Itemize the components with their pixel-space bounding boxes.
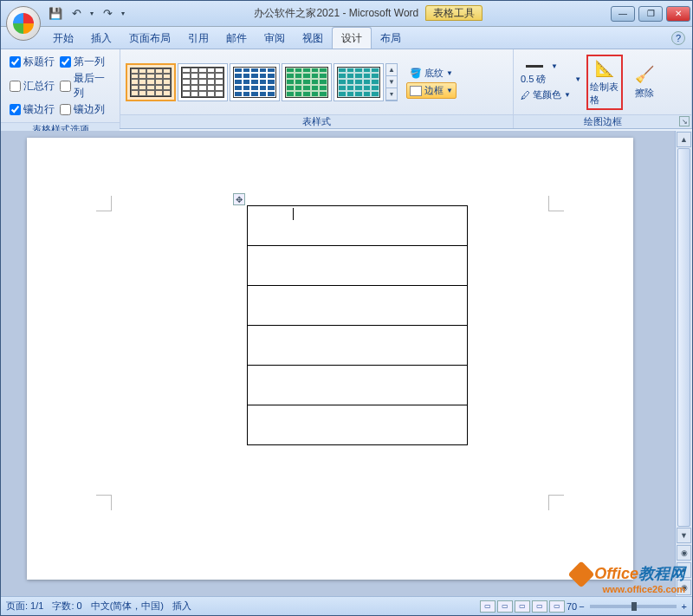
style-options-checks: 标题行 第一列 汇总行 最后一列 镶边行 镶边列 [6,51,114,120]
draw-table-button[interactable]: 📐绘制表格 [586,55,623,110]
vertical-scrollbar[interactable]: ▲ ▼ ◉ ● ◉ [675,131,692,596]
gallery-up-icon[interactable]: ▲ [386,64,397,76]
tab-references[interactable]: 引用 [179,28,217,49]
table-cell[interactable] [248,366,468,405]
app-name: Microsoft Word [349,7,418,19]
tab-mailings[interactable]: 邮件 [217,28,256,49]
undo-button[interactable]: ↶ [67,4,86,23]
table-cell[interactable] [248,405,468,445]
dialog-launcher[interactable]: ↘ [679,116,690,126]
zoom-level[interactable]: 70 [567,601,577,612]
eraser-icon: 🧹 [631,64,657,85]
help-button[interactable]: ? [671,31,685,45]
margin-corner-br [548,495,564,510]
view-draft[interactable]: ▭ [549,600,565,613]
table-style-4[interactable] [282,63,332,101]
check-first-column[interactable]: 第一列 [60,55,111,69]
maximize-button[interactable]: ❐ [638,6,663,22]
gallery-more-icon[interactable]: ▾ [386,88,397,101]
status-language[interactable]: 中文(简体，中国) [91,600,164,613]
tab-view[interactable]: 视图 [294,28,332,49]
check-last-column[interactable]: 最后一列 [60,71,111,101]
chevron-down-icon: ▼ [551,62,558,70]
app-window: 💾 ↶ ▾ ↷ ▾ 办公软件之家2021 - Microsoft Word 表格… [0,0,693,616]
zoom-knob[interactable] [631,602,637,611]
zoom-slider[interactable] [590,605,677,608]
scroll-up-icon[interactable]: ▲ [677,132,691,147]
table-move-handle[interactable]: ✥ [233,193,245,205]
view-outline[interactable]: ▭ [532,600,547,613]
chevron-down-icon: ▼ [574,75,581,83]
table-cell[interactable] [248,246,468,286]
contextual-tab-label: 表格工具 [425,5,483,21]
ribbon: 标题行 第一列 汇总行 最后一列 镶边行 镶边列 表格样式选项 ▲▼▾ [1,49,692,129]
chevron-down-icon: ▼ [564,91,571,99]
chevron-down-icon: ▼ [446,69,453,77]
tab-layout[interactable]: 布局 [372,28,410,49]
scroll-down-icon[interactable]: ▼ [677,528,691,543]
group-label-draw-borders: 绘图边框↘ [514,114,691,128]
gallery-scroll[interactable]: ▲▼▾ [385,63,398,101]
status-page[interactable]: 页面: 1/1 [6,600,43,613]
ribbon-tabs: 开始 插入 页面布局 引用 邮件 审阅 视图 设计 布局 ? [1,27,692,49]
pen-style-dropdown[interactable]: ▼ [519,62,583,71]
redo-button[interactable]: ↷ [98,4,117,23]
qat-dropdown[interactable]: ▾ [87,4,96,23]
document-name: 办公软件之家2021 [254,7,340,19]
qat-customize[interactable]: ▾ [119,4,127,23]
shading-borders-stack: 🪣底纹▼ 边框▼ [406,65,457,99]
office-button[interactable] [6,6,41,41]
table-style-5[interactable] [334,63,384,101]
chevron-down-icon: ▼ [446,87,453,94]
tab-insert[interactable]: 插入 [82,28,120,49]
browse-prev-icon[interactable]: ◉ [677,545,691,561]
pen-icon: 🖊 [521,90,530,101]
gallery-down-icon[interactable]: ▼ [386,76,397,88]
scroll-track[interactable] [676,148,692,527]
table-cell[interactable] [248,286,468,326]
shading-button[interactable]: 🪣底纹▼ [406,65,457,81]
line-style-icon [526,65,543,68]
tab-home[interactable]: 开始 [44,28,82,49]
minimize-button[interactable]: — [611,6,635,22]
table-style-1[interactable] [126,63,176,101]
view-print-layout[interactable]: ▭ [480,600,495,613]
tab-design[interactable]: 设计 [332,27,372,49]
table-cell[interactable] [248,326,468,366]
table-style-2[interactable] [178,63,228,101]
scroll-thumb[interactable] [677,148,690,527]
table-style-3[interactable] [230,63,280,101]
check-header-row[interactable]: 标题行 [10,55,55,69]
group-table-styles: ▲▼▾ 🪣底纹▼ 边框▼ 表样式 [120,49,514,128]
pen-weight-dropdown[interactable]: 0.5 磅▼ [519,72,583,87]
check-total-row[interactable]: 汇总行 [10,71,55,101]
eraser-button[interactable]: 🧹擦除 [626,62,663,102]
check-banded-rows[interactable]: 镶边行 [10,102,55,117]
margin-corner-tr [548,196,564,211]
close-button[interactable]: ✕ [666,6,690,22]
save-button[interactable]: 💾 [46,4,65,23]
view-full-screen[interactable]: ▭ [497,600,513,613]
page: ✥ [27,138,633,580]
zoom-out[interactable]: − [579,601,584,612]
borders-button[interactable]: 边框▼ [406,82,457,99]
table-cell[interactable] [248,206,468,246]
status-words[interactable]: 字数: 0 [52,600,81,613]
window-title: 办公软件之家2021 - Microsoft Word 表格工具 [127,6,609,21]
status-mode[interactable]: 插入 [172,600,191,613]
document-area[interactable]: ✥ [1,131,675,596]
border-icon [410,86,422,96]
tab-page-layout[interactable]: 页面布局 [120,28,179,49]
document-table[interactable] [247,205,468,445]
window-controls: — ❐ ✕ [609,4,692,23]
margin-corner-tl [96,196,112,211]
title-bar: 💾 ↶ ▾ ↷ ▾ 办公软件之家2021 - Microsoft Word 表格… [1,1,692,27]
view-web[interactable]: ▭ [515,600,530,613]
group-draw-borders: ▼ 0.5 磅▼ 🖊笔颜色▼ 📐绘制表格 🧹擦除 绘图边框↘ [514,49,692,128]
watermark-url: www.office26.com [572,584,685,594]
check-banded-columns[interactable]: 镶边列 [60,102,111,117]
zoom-in[interactable]: + [682,601,687,612]
tab-review[interactable]: 审阅 [256,28,294,49]
table-style-gallery: ▲▼▾ [126,63,398,101]
pen-color-dropdown[interactable]: 🖊笔颜色▼ [519,88,583,102]
